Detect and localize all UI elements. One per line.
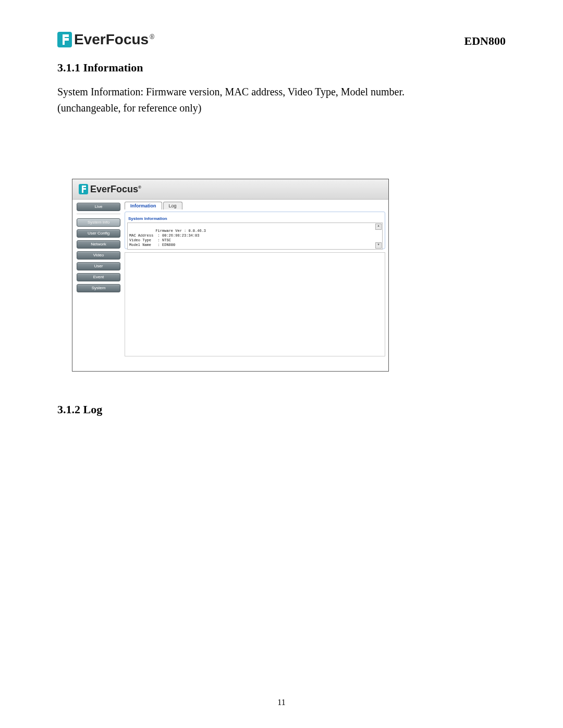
sidebar-item-system[interactable]: System — [77, 284, 120, 292]
sidebar-item-system-info[interactable]: System Info — [77, 218, 120, 227]
ss-logo-icon — [79, 184, 88, 194]
ss-lower-panel — [125, 252, 385, 356]
body-paragraph: System Information: Firmware version, MA… — [57, 84, 506, 116]
fieldset-legend: System Information — [127, 216, 168, 221]
ss-main-panel: Information Log System Information Firmw… — [125, 200, 388, 372]
body-line-2: (unchangeable, for reference only) — [57, 102, 202, 114]
brand-name: EverFocus® — [74, 31, 154, 48]
sidebar-item-network[interactable]: Network — [77, 240, 120, 249]
ss-sidebar: Live System Info User Config Network Vid… — [72, 200, 125, 372]
page-header: EverFocus® EDN800 — [57, 31, 506, 48]
page-number: 11 — [0, 698, 563, 707]
ss-registered-icon: ® — [138, 185, 141, 190]
ss-brand-text: EverFocus — [90, 184, 138, 194]
section-title-text-2: Log — [83, 403, 103, 416]
system-info-text: Firmware Ver : 0.0.46.3 MAC Address : 00… — [129, 229, 206, 247]
section-title-text: Information — [83, 61, 143, 74]
model-number: EDN800 — [464, 34, 506, 48]
system-information-fieldset: System Information Firmware Ver : 0.0.46… — [125, 212, 385, 249]
sidebar-divider — [77, 214, 120, 214]
ss-tab-bar: Information Log — [125, 202, 385, 209]
scroll-down-icon[interactable]: ▼ — [375, 242, 382, 249]
scroll-up-icon[interactable]: ▲ — [375, 224, 382, 230]
body-line-1: System Information: Firmware version, MA… — [57, 86, 405, 97]
registered-icon: ® — [150, 33, 154, 41]
logo-icon — [57, 32, 72, 47]
sidebar-item-user-config[interactable]: User Config — [77, 229, 120, 238]
brand-logo: EverFocus® — [57, 31, 154, 48]
section-311-heading: 3.1.1 Information — [57, 61, 506, 75]
sidebar-item-user[interactable]: User — [77, 262, 120, 270]
section-number: 3.1.1 — [57, 61, 83, 74]
system-info-textarea[interactable]: Firmware Ver : 0.0.46.3 MAC Address : 00… — [127, 223, 383, 250]
embedded-screenshot: EverFocus® Live System Info User Config … — [72, 179, 389, 372]
screenshot-header: EverFocus® — [72, 179, 388, 200]
ss-brand: EverFocus® — [90, 184, 141, 195]
tab-information[interactable]: Information — [125, 202, 162, 209]
sidebar-item-live[interactable]: Live — [77, 203, 120, 211]
tab-log[interactable]: Log — [163, 202, 182, 209]
sidebar-item-video[interactable]: Video — [77, 251, 120, 260]
section-number-2: 3.1.2 — [57, 403, 83, 416]
section-312-heading: 3.1.2 Log — [57, 403, 506, 416]
brand-text: EverFocus — [74, 31, 149, 47]
sidebar-item-event[interactable]: Event — [77, 273, 120, 281]
